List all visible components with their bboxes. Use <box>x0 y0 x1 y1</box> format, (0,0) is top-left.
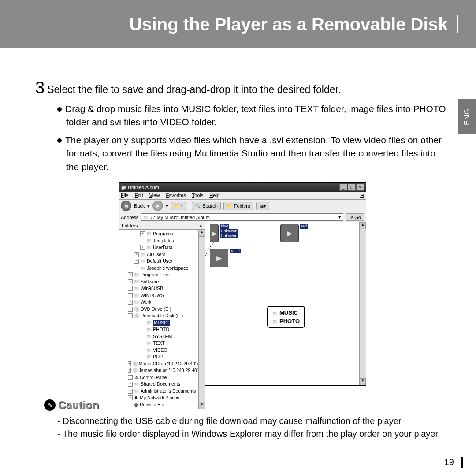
menu-file[interactable]: File <box>121 193 129 198</box>
file-label: red <box>300 224 308 229</box>
tree-item[interactable]: +Administrator's Documents <box>121 388 198 395</box>
title-divider <box>457 15 458 33</box>
menu-help[interactable]: Help <box>209 193 219 198</box>
tree-item[interactable]: +MasterCD on '10.240.29.40' (Y:) <box>121 361 198 368</box>
scroll-up-icon[interactable]: ▲ <box>360 222 366 229</box>
tree-item[interactable]: +Program Files <box>121 271 198 279</box>
tree-item[interactable]: +Work <box>121 299 198 306</box>
expand-icon[interactable]: + <box>128 272 133 277</box>
tree-item[interactable]: POP <box>121 353 198 361</box>
fold-icon <box>146 326 152 333</box>
scrollbar-vertical[interactable]: ▲ ▼ <box>359 222 366 385</box>
expand-icon[interactable]: + <box>128 382 133 387</box>
scrollbar-vertical[interactable]: ▲ ▼ <box>198 230 205 409</box>
scroll-down-icon[interactable]: ▼ <box>199 402 205 409</box>
folder-tree[interactable]: +ProgramsTemplates+UserData+All Users+De… <box>119 230 198 409</box>
window-titlebar[interactable]: Untitled Album _ □ × <box>119 183 366 192</box>
expand-icon[interactable]: + <box>134 252 139 257</box>
expand-icon[interactable]: + <box>128 368 131 373</box>
tree-item[interactable]: Joseph's workspace <box>121 265 198 272</box>
tree-item[interactable]: +My Network Places <box>121 394 198 402</box>
scroll-up-icon[interactable]: ▲ <box>199 230 205 237</box>
expand-icon[interactable]: + <box>134 259 139 264</box>
tree-item[interactable]: +James.ahn on '10.240.29.40' (Z:) <box>121 367 198 374</box>
expand-icon[interactable]: + <box>128 293 133 298</box>
minimize-button[interactable]: _ <box>339 184 347 191</box>
scroll-down-icon[interactable]: ▼ <box>360 378 366 385</box>
maximize-button[interactable]: □ <box>348 184 356 191</box>
tree-item-label: Removable Disk (E:) <box>141 312 183 319</box>
dropdown-icon[interactable]: ▾ <box>166 203 168 209</box>
tree-item-label: Shared Documents <box>141 381 180 387</box>
expand-icon[interactable]: + <box>128 286 133 291</box>
expand-icon[interactable]: + <box>128 300 133 305</box>
tree-item[interactable]: MUSIC <box>121 320 198 327</box>
tree-item[interactable]: +All Users <box>121 251 198 258</box>
forward-button[interactable]: ► <box>152 201 163 211</box>
views-button[interactable]: ▦▾ <box>256 202 269 210</box>
tree-item[interactable]: +UserData <box>121 244 198 251</box>
fold-icon <box>140 251 145 258</box>
caution-item: - The music file order displayed in Wind… <box>57 428 450 440</box>
tree-item-label: Control Panel <box>140 374 168 381</box>
file-item[interactable]: ▶blueUnknownUnknown <box>210 224 241 242</box>
expand-icon[interactable]: + <box>128 279 133 284</box>
file-item[interactable]: ▶red <box>280 224 311 242</box>
file-item[interactable]: ▶white <box>210 249 241 267</box>
tree-item-label: Software <box>141 279 159 285</box>
tree-item-label: TEXT <box>153 340 165 346</box>
dropdown-icon[interactable]: ▾ <box>147 203 150 209</box>
dropdown-icon[interactable]: ▾ <box>338 214 341 220</box>
tree-item-label: SYSTEM <box>153 333 172 340</box>
tree-item[interactable]: +Programs <box>121 231 198 238</box>
folders-button[interactable]: 📁 Folders <box>223 202 253 210</box>
tree-item[interactable]: +Control Panel <box>121 374 198 381</box>
menu-view[interactable]: View <box>149 193 160 198</box>
page-number-bar <box>461 457 463 468</box>
menu-tools[interactable]: Tools <box>192 193 204 198</box>
tree-item[interactable]: VIDEO <box>121 347 198 354</box>
tree-item-label: Recycle Bin <box>140 402 164 408</box>
page-header: Using the Player as a Removable Disk <box>0 0 476 48</box>
fold-icon <box>134 271 139 279</box>
tree-item-label: POP <box>153 353 163 360</box>
expand-icon[interactable]: + <box>128 395 133 400</box>
expand-icon[interactable]: + <box>128 375 133 380</box>
expand-icon[interactable]: + <box>140 231 145 236</box>
search-button[interactable]: 🔍 Search <box>192 202 221 210</box>
close-pane-button[interactable]: × <box>200 223 202 228</box>
folders-label: Folders <box>234 203 250 208</box>
up-button[interactable]: 📁↑ <box>171 202 186 210</box>
menu-edit[interactable]: Edit <box>135 193 143 198</box>
tree-item[interactable]: +Default User <box>121 258 198 265</box>
address-input[interactable]: C:\My Music\Untitled Album ▾ <box>141 213 343 221</box>
tree-item[interactable]: -Removable Disk (E:) <box>121 312 198 320</box>
expand-icon[interactable]: + <box>128 307 133 312</box>
tree-item[interactable]: TEXT <box>121 340 198 347</box>
tree-item[interactable]: +Win98USB <box>121 285 198 292</box>
expand-icon[interactable]: + <box>140 245 145 250</box>
expand-icon[interactable]: + <box>128 361 131 366</box>
back-button[interactable]: ◄ <box>121 201 131 211</box>
folder-icon <box>272 318 278 324</box>
tree-item[interactable]: Recycle Bin <box>121 402 198 409</box>
tree-item[interactable]: PHOTO <box>121 326 198 333</box>
bullet-icon <box>57 107 62 112</box>
tree-item[interactable]: +DVD Drive (E:) <box>121 306 198 313</box>
media-file-icon: ▶ <box>210 224 219 242</box>
menu-favorites[interactable]: Favorites <box>166 193 186 198</box>
tree-item[interactable]: SYSTEM <box>121 333 198 340</box>
file-list-pane[interactable]: MUSIC PHOTO ▶blueUnknownUnknown▶red▶whit… <box>205 222 366 385</box>
explorer-window: Untitled Album _ □ × File Edit View Favo… <box>119 182 366 386</box>
tree-item[interactable]: +Shared Documents <box>121 381 198 388</box>
expand-icon[interactable]: + <box>128 389 133 394</box>
tree-item[interactable]: +Software <box>121 279 198 286</box>
page-number: 19 <box>444 457 454 467</box>
close-button[interactable]: × <box>356 184 364 191</box>
step-text: Select the file to save and drag-and-dro… <box>47 79 341 96</box>
tree-item[interactable]: +WINDOWS <box>121 292 198 299</box>
go-button[interactable]: ➜ Go <box>346 213 364 221</box>
page-title: Using the Player as a Removable Disk <box>129 15 448 34</box>
expand-icon[interactable]: - <box>128 313 133 318</box>
tree-item[interactable]: Templates <box>121 238 198 245</box>
